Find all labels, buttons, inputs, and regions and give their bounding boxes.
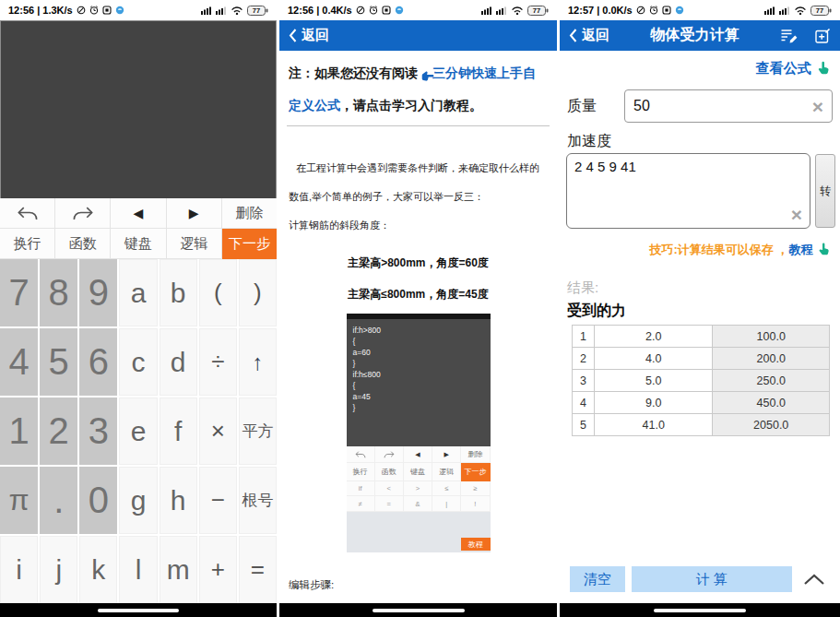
key-÷[interactable]: ÷ <box>199 328 237 396</box>
keyboard-button[interactable]: 键盘 <box>111 229 166 259</box>
table-cell: 2 <box>573 348 595 370</box>
key-a[interactable]: a <box>119 259 157 326</box>
signal-icon <box>201 6 212 15</box>
key-=[interactable]: = <box>239 536 277 603</box>
undo-button[interactable] <box>0 198 55 229</box>
key-−[interactable]: − <box>199 467 237 534</box>
cursor-right-button[interactable]: ▶ <box>167 198 222 229</box>
key-([interactable]: ( <box>199 259 237 326</box>
back-button[interactable]: 返回 <box>569 27 609 44</box>
key-g[interactable]: g <box>119 467 157 534</box>
table-row: 49.0450.0 <box>573 392 830 414</box>
logic-button[interactable]: 逻辑 <box>167 229 222 259</box>
calculate-button[interactable]: 计 算 <box>632 566 792 592</box>
home-indicator[interactable] <box>373 609 465 612</box>
code-line: } <box>353 402 491 413</box>
key-1[interactable]: 1 <box>0 397 38 465</box>
accel-label: 加速度 <box>567 132 833 151</box>
key-)[interactable]: ) <box>239 259 277 326</box>
key-5[interactable]: 5 <box>40 328 77 396</box>
key-↑[interactable]: ↑ <box>239 328 277 396</box>
key-m[interactable]: m <box>160 536 197 603</box>
mass-input[interactable]: 50 × <box>624 89 833 123</box>
collapse-chevron-icon[interactable] <box>799 574 830 586</box>
key-9[interactable]: 9 <box>79 259 117 326</box>
key-根号[interactable]: 根号 <box>239 467 277 534</box>
divider <box>287 125 550 126</box>
table-row: 12.0100.0 <box>573 326 830 348</box>
edit-list-icon[interactable] <box>780 29 799 43</box>
embed-key-if: if <box>347 481 375 496</box>
key-8[interactable]: 8 <box>40 259 77 326</box>
signal2-icon <box>216 6 227 15</box>
status-bar: 12:56 | 1.3K/s 77 <box>0 0 277 20</box>
alarm-icon <box>369 6 378 15</box>
table-cell: 4 <box>573 392 595 414</box>
tip-row: 技巧:计算结果可以保存 ，教程 <box>569 242 831 259</box>
key-k[interactable]: k <box>79 536 117 603</box>
signal2-icon <box>779 6 790 15</box>
embed-logic-row1: if<>≤≥ <box>347 481 491 496</box>
redo-button[interactable] <box>55 198 111 229</box>
key-7[interactable]: 7 <box>0 259 38 326</box>
clear-button[interactable]: 清空 <box>570 566 625 592</box>
formula-display[interactable] <box>0 20 277 198</box>
convert-button[interactable]: 转 <box>815 154 835 228</box>
embed-key-≠: ≠ <box>347 496 375 512</box>
svg-text:77: 77 <box>816 6 823 15</box>
clear-accel-icon[interactable]: × <box>791 205 802 224</box>
key-3[interactable]: 3 <box>79 397 117 465</box>
new-note-icon[interactable] <box>815 29 831 43</box>
cursor-right-icon: ▶ <box>432 446 461 463</box>
force-label: 受到的力 <box>567 302 833 321</box>
key-平方[interactable]: 平方 <box>239 397 277 465</box>
home-indicator[interactable] <box>654 609 746 612</box>
clear-mass-icon[interactable]: × <box>812 97 823 116</box>
wifi-icon <box>511 6 524 15</box>
function-button[interactable]: 函数 <box>55 229 111 259</box>
delete-button[interactable]: 删除 <box>222 198 277 229</box>
table-cell: 41.0 <box>594 414 713 436</box>
table-cell: 2050.0 <box>713 414 830 436</box>
table-cell: 1 <box>573 326 595 348</box>
key-c[interactable]: c <box>119 328 157 396</box>
key-e[interactable]: e <box>119 397 157 465</box>
key-0[interactable]: 0 <box>79 467 117 534</box>
battery-icon: 77 <box>527 6 549 16</box>
key-j[interactable]: j <box>40 536 77 603</box>
page-header: 返回 <box>279 20 557 51</box>
key-l[interactable]: l <box>119 536 157 603</box>
key-2[interactable]: 2 <box>40 397 77 465</box>
intro-paragraph: 在工程计算中会遇到需要条件判断，来确定取什么样的数值,举个简单的例子，大家可以举… <box>289 154 548 211</box>
back-button[interactable]: 返回 <box>289 27 329 44</box>
key-d[interactable]: d <box>160 328 197 396</box>
key-i[interactable]: i <box>0 536 38 603</box>
wifi-icon <box>231 6 243 15</box>
editor-toolbar-row2: 换行 函数 键盘 逻辑 下一步 <box>0 229 277 259</box>
embed-key-≤: ≤ <box>432 481 461 496</box>
key-b[interactable]: b <box>160 259 197 326</box>
cursor-left-button[interactable]: ◀ <box>111 198 166 229</box>
next-step-button[interactable]: 下一步 <box>222 229 277 259</box>
embed-key-<: < <box>375 481 404 496</box>
table-row: 35.0250.0 <box>573 370 830 392</box>
view-formula-link[interactable]: 查看公式 <box>756 60 811 76</box>
tip-tutorial-link[interactable]: 教程 <box>788 243 812 256</box>
accel-input[interactable]: 2 4 5 9 41 × <box>566 153 810 229</box>
rule-line-1: 主梁高>800mm，角度=60度 <box>279 255 557 271</box>
key-+[interactable]: + <box>199 536 237 603</box>
key-h[interactable]: h <box>160 467 197 534</box>
status-bar: 12:56 | 0.4K/s 77 <box>279 0 557 20</box>
key-6[interactable]: 6 <box>79 328 117 396</box>
newline-button[interactable]: 换行 <box>0 229 55 259</box>
key-.[interactable]: . <box>40 467 77 534</box>
key-4[interactable]: 4 <box>0 328 38 396</box>
table-cell: 2.0 <box>594 326 713 348</box>
home-indicator[interactable] <box>98 609 179 612</box>
note-paragraph: 注：如果您还没有阅读三分钟快速上手自定义公式，请点击学习入门教程。 <box>289 58 548 120</box>
key-f[interactable]: f <box>160 397 197 465</box>
key-×[interactable]: × <box>199 397 237 465</box>
key-π[interactable]: π <box>0 467 38 534</box>
tutorial-screen: 12:56 | 0.4K/s 77 返回 注：如果您还没有阅读三分钟快速上手自定… <box>279 0 557 617</box>
embed-key-≥: ≥ <box>461 481 490 496</box>
